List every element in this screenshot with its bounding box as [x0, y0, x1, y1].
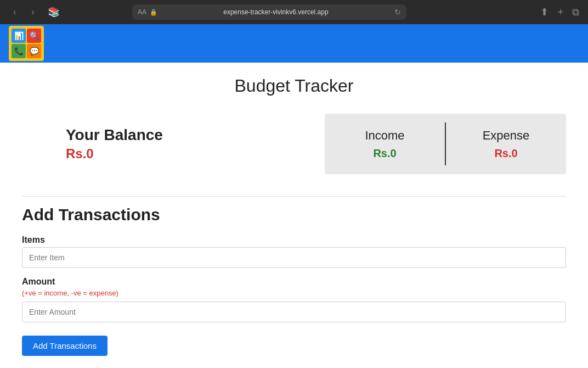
amount-form-group: Amount (+ve = income, -ve = expense) — [22, 277, 566, 322]
expense-label: Expense — [483, 129, 530, 143]
browser-tabs-button[interactable]: ⧉ — [572, 7, 579, 18]
page-title: Budget Tracker — [22, 76, 566, 96]
amount-label: Amount — [22, 277, 566, 287]
income-box: Income Rs.0 — [325, 114, 445, 174]
income-expense-box: Income Rs.0 Expense Rs.0 — [325, 114, 566, 174]
items-form-group: Items — [22, 235, 566, 268]
browser-share-button[interactable]: ⬆ — [540, 6, 549, 18]
balance-left: Your Balance Rs.0 — [22, 114, 163, 174]
items-input[interactable] — [22, 247, 566, 268]
balance-section: Your Balance Rs.0 Income Rs.0 Expense Rs… — [22, 114, 566, 174]
main-content: Budget Tracker Your Balance Rs.0 Income … — [0, 63, 588, 368]
add-transactions-button[interactable]: Add Transactions — [22, 336, 108, 356]
expense-box: Expense Rs.0 — [446, 114, 566, 174]
amount-hint: (+ve = income, -ve = expense) — [22, 289, 566, 297]
logo-cell-search: 🔍 — [27, 29, 41, 43]
browser-url-text: expense-tracker-vivinkv6.vercel.app — [161, 8, 391, 16]
app-logo: 📊 🔍 📞 💬 — [9, 26, 44, 61]
logo-cell-phone: 📞 — [12, 44, 26, 58]
browser-back-button[interactable]: ‹ — [9, 5, 20, 19]
add-transactions-section: Add Transactions Items Amount (+ve = inc… — [22, 196, 566, 356]
logo-cell-chart: 📊 — [12, 29, 26, 43]
browser-address-bar[interactable]: AA 🔒 expense-tracker-vivinkv6.vercel.app… — [132, 4, 406, 20]
items-label: Items — [22, 235, 566, 245]
browser-chrome: ‹ › 📚 AA 🔒 expense-tracker-vivinkv6.verc… — [0, 0, 588, 24]
browser-lock-icon: 🔒 — [150, 9, 157, 16]
browser-bookmarks-icon: 📚 — [48, 6, 60, 18]
browser-actions: ⬆ + ⧉ — [540, 6, 579, 18]
balance-label: Your Balance — [66, 126, 163, 144]
browser-aa-label: AA — [138, 8, 146, 16]
logo-cell-message: 💬 — [27, 44, 41, 58]
app-header: 📊 🔍 📞 💬 — [0, 24, 588, 63]
income-amount: Rs.0 — [373, 147, 396, 160]
browser-add-tab-button[interactable]: + — [557, 7, 563, 18]
income-label: Income — [365, 129, 404, 143]
browser-forward-button[interactable]: › — [27, 5, 38, 19]
add-transactions-title: Add Transactions — [22, 205, 566, 224]
expense-amount: Rs.0 — [494, 147, 517, 160]
amount-input[interactable] — [22, 302, 566, 322]
browser-reload-icon[interactable]: ↻ — [394, 8, 401, 16]
balance-amount: Rs.0 — [66, 146, 163, 161]
